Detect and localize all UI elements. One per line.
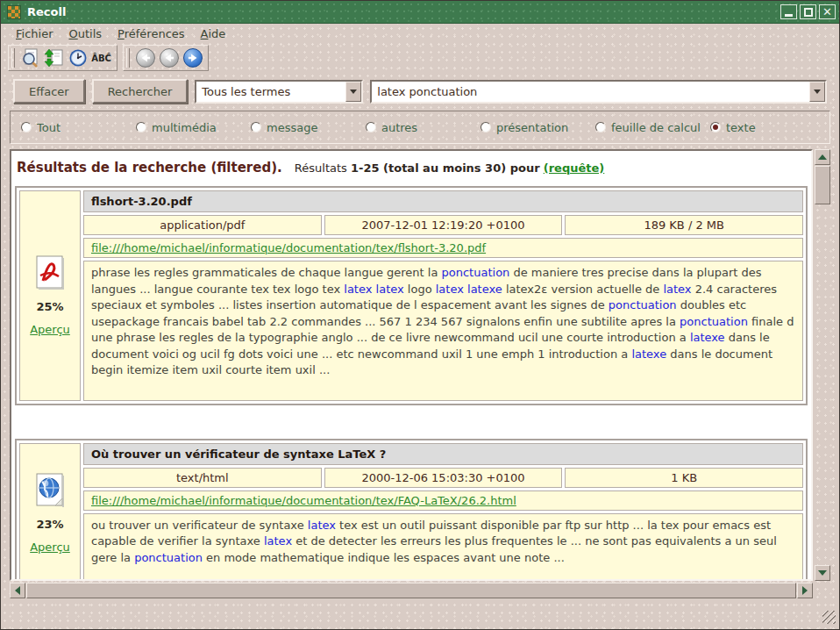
window-title: Recoll: [27, 5, 778, 18]
sort-update-icon: [44, 47, 65, 68]
toolbar-handle[interactable]: [126, 48, 130, 68]
document-preview-icon: [20, 47, 41, 68]
horizontal-scrollbar-thumb[interactable]: [26, 583, 796, 598]
result-mime: text/html: [83, 468, 322, 488]
result-url-link[interactable]: file:///home/michael/informatique/docume…: [91, 494, 516, 507]
result-date: 2007-12-01 12:19:20 +0100: [324, 215, 563, 235]
result-1-body: flshort-3.20.pdf application/pdf 2007-12…: [83, 190, 803, 401]
document-preview-button[interactable]: [18, 47, 42, 69]
html-icon: [34, 473, 66, 508]
recoll-window: Recoll ✕ Fichier Outils Préférences Aide: [0, 0, 840, 630]
arrow-down-icon: [818, 570, 827, 576]
next-page-button[interactable]: [181, 47, 204, 69]
preview-link[interactable]: Aperçu: [30, 323, 70, 336]
search-mode-value: Tous les termes: [196, 85, 345, 98]
result-url-row: file:///home/michael/informatique/docume…: [83, 490, 803, 511]
results-range: 1-25 (total au moins 30) pour: [351, 161, 540, 175]
filter-presentation[interactable]: présentation: [481, 121, 595, 134]
preview-link[interactable]: Aperçu: [30, 541, 70, 554]
search-query-value: latex ponctuation: [372, 85, 809, 98]
result-snippet: phrase les regles grammaticales de chaqu…: [83, 261, 803, 401]
statusbar: [1, 598, 839, 627]
result-snippet: ou trouver un verificateur de syntaxe la…: [83, 513, 803, 582]
scroll-down-button[interactable]: [815, 565, 830, 581]
scroll-up-button[interactable]: [815, 149, 830, 165]
sort-update-button[interactable]: [42, 47, 66, 69]
clear-button[interactable]: Effacer: [13, 79, 85, 104]
menu-outils[interactable]: Outils: [61, 25, 110, 42]
next-page-icon: [183, 48, 203, 68]
radio-icon: [21, 122, 32, 132]
titlebar[interactable]: Recoll ✕: [1, 1, 839, 24]
arrow-right-icon: [802, 586, 808, 595]
relevance-percent: 25%: [36, 300, 63, 313]
results-title: Résultats de la recherche (filtered).: [17, 160, 282, 175]
resize-grip[interactable]: [822, 611, 836, 624]
search-query-input[interactable]: latex ponctuation: [370, 80, 827, 104]
toolbar-handle[interactable]: [11, 48, 15, 68]
close-icon: ✕: [822, 6, 832, 18]
filter-texte[interactable]: texte: [710, 121, 756, 134]
chevron-down-icon[interactable]: [345, 82, 361, 102]
search-row: Effacer Rechercher Tous les termes latex…: [1, 78, 839, 104]
radio-icon: [251, 122, 261, 132]
scroll-right-button[interactable]: [797, 583, 813, 598]
relevance-percent: 23%: [36, 518, 63, 531]
result-size: 189 KB / 2 MB: [565, 215, 803, 235]
chevron-down-icon[interactable]: [809, 82, 825, 102]
radio-icon: [136, 122, 146, 132]
pdf-icon: [35, 255, 65, 290]
filter-message[interactable]: message: [251, 121, 366, 134]
menu-aide[interactable]: Aide: [193, 25, 234, 42]
arrow-left-icon: [15, 586, 20, 595]
radio-selected-icon: [710, 122, 721, 132]
result-row-2: 23% Aperçu Où trouver un vérificateur de…: [15, 439, 808, 582]
search-mode-select[interactable]: Tous les termes: [195, 80, 363, 104]
maximize-button[interactable]: [800, 4, 816, 19]
term-explorer-icon: ÂBĈ: [91, 54, 111, 63]
result-row-1: 25% Aperçu flshort-3.20.pdf application/…: [15, 186, 808, 405]
query-link[interactable]: (requête): [544, 161, 605, 175]
result-size: 1 KB: [565, 468, 803, 488]
result-title: flshort-3.20.pdf: [83, 190, 803, 212]
toolbar-group-nav: [123, 45, 209, 71]
vertical-scrollbar-thumb[interactable]: [815, 166, 830, 204]
scroll-left-button[interactable]: [10, 583, 25, 598]
term-explorer-button[interactable]: ÂBĈ: [89, 47, 113, 69]
minimize-button[interactable]: [780, 4, 797, 19]
previous-page-button[interactable]: [157, 47, 181, 69]
app-icon: [7, 5, 21, 19]
menu-preferences[interactable]: Préférences: [110, 25, 192, 42]
filter-multimedia[interactable]: multimédia: [136, 121, 251, 134]
result-2-body: Où trouver un vérificateur de syntaxe La…: [83, 443, 803, 582]
filter-feuille-de-calcul[interactable]: feuille de calcul: [595, 121, 710, 134]
previous-page-icon: [160, 48, 179, 68]
filter-tout[interactable]: Tout: [21, 121, 136, 134]
result-title: Où trouver un vérificateur de syntaxe La…: [83, 443, 803, 465]
history-clock-icon: [68, 47, 89, 68]
result-url-row: file:///home/michael/informatique/docume…: [83, 238, 803, 258]
arrow-up-icon: [818, 154, 827, 160]
vertical-scrollbar[interactable]: [815, 149, 830, 581]
results-pane: Résultats de la recherche (filtered). Ré…: [10, 149, 813, 581]
radio-icon: [595, 122, 606, 132]
category-filter-row: Tout multimédia message autres présentat…: [10, 111, 830, 144]
maximize-icon: [804, 8, 813, 17]
vertical-scrollbar-track[interactable]: [815, 204, 830, 565]
filter-autres[interactable]: autres: [366, 121, 481, 134]
history-button[interactable]: [66, 47, 89, 69]
minimize-icon: [785, 14, 793, 17]
result-2-side: 23% Aperçu: [19, 443, 81, 582]
result-meta: text/html 2000-12-06 15:03:30 +0100 1 KB: [83, 468, 803, 488]
result-date: 2000-12-06 15:03:30 +0100: [324, 468, 563, 488]
result-1-side: 25% Aperçu: [19, 190, 81, 401]
close-button[interactable]: ✕: [819, 4, 836, 19]
search-button[interactable]: Rechercher: [92, 79, 189, 104]
radio-icon: [481, 122, 491, 132]
first-page-button[interactable]: [133, 47, 157, 69]
first-page-icon: [136, 48, 155, 68]
menu-fichier[interactable]: Fichier: [8, 25, 61, 42]
result-url-link[interactable]: file:///home/michael/informatique/docume…: [91, 241, 486, 254]
horizontal-scrollbar[interactable]: [10, 583, 813, 598]
results-area: Résultats de la recherche (filtered). Ré…: [10, 149, 830, 598]
